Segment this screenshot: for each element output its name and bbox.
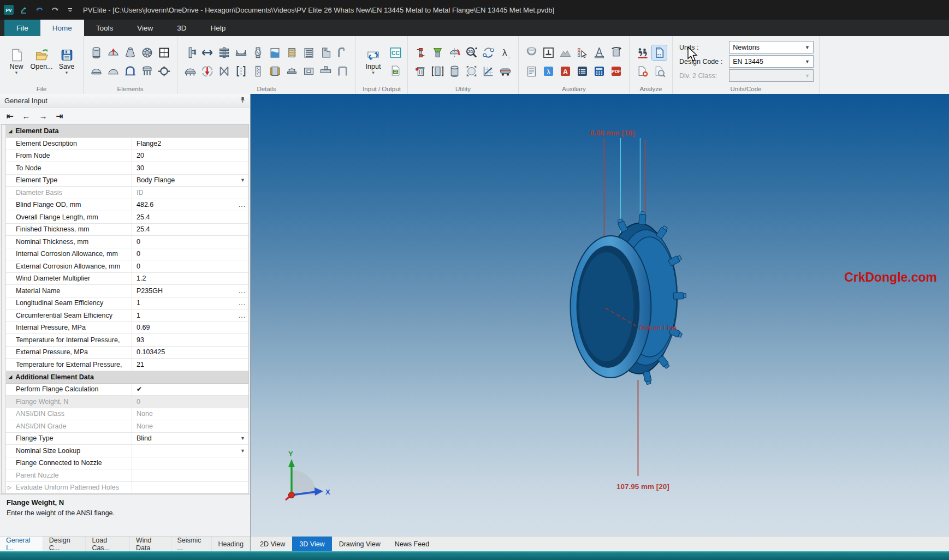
tab-file[interactable]: File — [4, 20, 40, 36]
previous-element-button[interactable]: ← — [22, 112, 31, 120]
property-value[interactable]: 0 — [132, 396, 248, 408]
property-row[interactable]: Parent Nozzle — [6, 469, 248, 482]
property-row[interactable]: Perform Flange Calculation✔ — [6, 384, 248, 396]
first-element-button[interactable]: ⇤ — [7, 112, 14, 120]
property-row[interactable]: Internal Corrosion Allowance, mm0 — [6, 248, 248, 261]
plot-icon[interactable] — [481, 64, 496, 79]
analyze-document-icon[interactable] — [652, 45, 667, 60]
leg-support-icon[interactable] — [140, 64, 155, 79]
view-tab-2d-view[interactable]: 2D View — [253, 537, 292, 551]
property-value[interactable]: 1.2 — [132, 273, 248, 285]
pin-icon[interactable] — [240, 96, 246, 105]
input-tab-load-cas[interactable]: Load Cas... — [86, 537, 130, 551]
ring-stiffener-icon[interactable] — [217, 45, 232, 60]
section-header[interactable]: ◢Additional Element Data — [6, 371, 248, 384]
property-row[interactable]: Blind Flange OD, mm482.6... — [6, 199, 248, 212]
customize-caret-icon[interactable] — [64, 4, 75, 15]
cross-brace-icon[interactable] — [217, 64, 232, 79]
property-row[interactable]: Flange Weight, N0 — [6, 396, 248, 408]
flange-model[interactable] — [571, 212, 686, 385]
property-value[interactable]: 25.4 — [132, 211, 248, 223]
insert-plate-icon[interactable] — [301, 64, 316, 79]
elliptical-head-icon[interactable] — [106, 45, 121, 60]
next-element-button[interactable]: → — [39, 112, 48, 120]
property-value[interactable]: 93 — [132, 334, 248, 346]
property-value[interactable]: ✔ — [132, 384, 248, 396]
property-value[interactable]: 25.4 — [132, 224, 248, 236]
tee-connection-icon[interactable] — [318, 64, 333, 79]
pdf-export-icon[interactable]: PDF — [609, 64, 624, 79]
body-flange-icon[interactable] — [140, 45, 155, 60]
save-button[interactable]: Save▾ — [55, 48, 79, 76]
base-plate-icon[interactable] — [541, 45, 556, 60]
share-icon[interactable] — [19, 4, 29, 15]
fitting-icon[interactable] — [413, 45, 428, 60]
property-row[interactable]: To Node30 — [6, 162, 248, 175]
rolled-shell-icon[interactable] — [524, 45, 539, 60]
rectangular-vessel-icon[interactable] — [157, 45, 171, 60]
property-value[interactable]: Flange2 — [132, 138, 248, 150]
tab-help[interactable]: Help — [199, 20, 238, 36]
property-value[interactable]: 1... — [132, 297, 248, 309]
design-code-select[interactable]: EN 13445 ▼ — [729, 55, 814, 68]
view-tab-drawing-view[interactable]: Drawing View — [332, 537, 388, 551]
redo-icon[interactable] — [49, 4, 60, 15]
property-value[interactable]: 0 — [132, 260, 248, 272]
delete-element-icon[interactable] — [413, 64, 428, 79]
lambda-icon[interactable]: λ, — [498, 45, 513, 60]
tray-support-icon[interactable] — [301, 45, 316, 60]
property-value[interactable] — [132, 457, 248, 469]
property-value[interactable] — [132, 469, 248, 481]
davit-icon[interactable] — [335, 45, 350, 60]
flip-head-icon[interactable] — [447, 45, 462, 60]
calculator-icon[interactable] — [592, 64, 607, 79]
property-row[interactable]: Finished Thickness, mm25.4 — [6, 224, 248, 236]
expander-icon[interactable]: ▷ — [8, 485, 11, 490]
review-results-icon[interactable] — [652, 64, 667, 79]
word-export-icon[interactable]: A — [558, 64, 573, 79]
applied-load-icon[interactable] — [200, 64, 215, 79]
cc-review-icon[interactable]: CC — [388, 45, 403, 60]
property-row[interactable]: ▷Evaluate Uniform Patterned Holes — [6, 482, 248, 495]
rotate-view-icon[interactable] — [481, 45, 496, 60]
base-ring-icon[interactable] — [183, 64, 198, 79]
flat-head-icon[interactable] — [89, 64, 104, 79]
property-row[interactable]: Wind Diameter Multiplier1.2 — [6, 273, 248, 285]
property-value[interactable]: Blind▼ — [132, 433, 248, 445]
property-row[interactable]: Temperature for External Pressure,21 — [6, 359, 248, 371]
new-button[interactable]: New▾ — [4, 48, 28, 76]
measure-tower-icon[interactable] — [592, 45, 607, 60]
dropdown-caret-icon[interactable]: ▼ — [240, 177, 245, 183]
half-pipe-jacket-icon[interactable] — [284, 45, 299, 60]
split-shell-icon[interactable] — [430, 64, 445, 79]
property-row[interactable]: Nominal Size Lookup▼ — [6, 445, 248, 457]
tab-3d[interactable]: 3D — [165, 20, 198, 36]
platform-arrows-icon[interactable] — [200, 45, 215, 60]
property-value[interactable]: None — [132, 408, 248, 420]
property-value[interactable]: 0 — [132, 236, 248, 248]
ellipsis-button[interactable]: ... — [239, 201, 246, 208]
property-row[interactable]: From Node20 — [6, 150, 248, 163]
zoom-2d-icon[interactable]: 2D — [464, 45, 479, 60]
open-button[interactable]: Open... — [29, 48, 54, 76]
hemispherical-head-icon[interactable] — [106, 64, 121, 79]
error-check-icon[interactable] — [635, 45, 650, 60]
input-tab-heading[interactable]: Heading — [212, 537, 250, 551]
property-row[interactable]: ANSI/DIN ClassNone — [6, 408, 248, 421]
property-row[interactable]: Element DescriptionFlange2 — [6, 138, 248, 150]
packed-column-icon[interactable] — [251, 64, 265, 79]
input-tab-wind-data[interactable]: Wind Data — [130, 537, 171, 551]
tab-tools[interactable]: Tools — [84, 20, 126, 36]
property-row[interactable]: Internal Pressure, MPa0.69 — [6, 322, 248, 335]
property-value[interactable]: Body Flange▼ — [132, 175, 248, 187]
report-image-icon[interactable] — [388, 63, 403, 78]
jacket-icon[interactable] — [268, 64, 282, 79]
input-tab-general-i[interactable]: General I... — [0, 537, 43, 551]
property-row[interactable]: ANSI/DIN GradeNone — [6, 420, 248, 433]
3d-viewport[interactable]: 0.00 mm [10] — [251, 94, 949, 551]
property-row[interactable]: Circumferential Seam Efficiency1... — [6, 309, 248, 322]
property-value[interactable]: 0 — [132, 248, 248, 260]
property-row[interactable]: Element TypeBody Flange▼ — [6, 175, 248, 187]
saddle-support-icon[interactable] — [234, 45, 248, 60]
property-row[interactable]: Temperature for Internal Pressure,93 — [6, 334, 248, 347]
